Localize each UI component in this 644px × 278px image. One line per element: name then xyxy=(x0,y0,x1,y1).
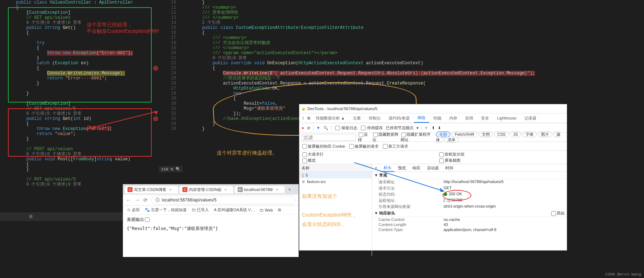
site-info-icon[interactable]: ⓘ xyxy=(155,197,160,203)
devtools-tab[interactable]: 安全 xyxy=(477,114,493,122)
kv-row: 状态代码:200 OK xyxy=(372,191,567,197)
devtools-tab[interactable]: 内存 xyxy=(446,114,461,122)
forward-button[interactable]: → xyxy=(135,197,140,203)
new-tab[interactable]: + xyxy=(286,187,293,192)
clear-icon[interactable]: ⊘ xyxy=(307,126,310,130)
favicon: C xyxy=(127,187,133,192)
type-pill[interactable]: 文档 xyxy=(479,131,493,137)
devtools-tab[interactable]: 源代码/来源 xyxy=(385,114,413,122)
upload-icon[interactable]: ⬆ xyxy=(432,126,435,130)
bookmark-item[interactable]: 🗀 Web xyxy=(260,208,273,212)
filter-check[interactable]: 被屏蔽的请求 xyxy=(349,144,379,149)
bookmark-item[interactable]: ⧉ xyxy=(278,208,281,212)
annotation-mask: 这个对异常进行掩盖处理。 xyxy=(217,150,277,156)
reload-button[interactable]: ⟳ xyxy=(143,197,148,203)
devtools-tabs: ⟟ ⧉ 性能数据分析 ▲元素控制台源代码/来源网络性能内存应用安全Lightho… xyxy=(299,113,567,123)
devtools-tab[interactable]: 性能 xyxy=(430,114,445,122)
bookmark-item[interactable]: 🗀 已导入 xyxy=(192,207,209,213)
browser-tab[interactable]: 🗎localhost:56788/× xyxy=(235,186,285,193)
kv-row: 远程地址:[::1]:56788 xyxy=(372,197,567,204)
detail-tab[interactable]: × xyxy=(372,165,380,171)
zoom-indicator[interactable]: 110 % 🔍 xyxy=(159,166,183,172)
browser-tab[interactable]: C写文章-CSDN博客× xyxy=(125,186,178,194)
bookmark-item[interactable]: 🐾 百度一下，你就知道 xyxy=(145,207,187,213)
detail-tab[interactable]: 响应 xyxy=(410,165,423,171)
browser-tab[interactable]: C内容管理-CSDN创× xyxy=(180,186,233,194)
big-req-row[interactable]: 大请求行 xyxy=(302,152,428,157)
kv-row: Content-Length:43 xyxy=(372,222,567,227)
search-icon[interactable]: 🔍 xyxy=(323,126,328,130)
download-icon[interactable]: ⬇ xyxy=(438,126,441,130)
filter-input[interactable] xyxy=(302,134,356,141)
hide-data-url[interactable]: 隐藏数据网址 xyxy=(372,132,398,143)
browser-body: 美观输出 {"Result":false,"Msg":"请联系管理员"} xyxy=(123,214,298,234)
devtools-tab[interactable]: 元素 xyxy=(349,114,364,122)
wifi-icon[interactable]: ᯤ xyxy=(425,126,429,130)
close-icon[interactable]: × xyxy=(224,187,226,192)
close-icon[interactable]: × xyxy=(169,187,172,192)
type-pill[interactable]: Fetch/XHR xyxy=(451,131,477,137)
kv-row: Cache-Control:no-cache xyxy=(372,217,567,222)
bookmark-item[interactable]: A 苏州诚隆OA系统 V… xyxy=(214,207,255,213)
back-button[interactable]: ← xyxy=(126,197,131,203)
devtools-tab[interactable]: 记录器 xyxy=(521,114,540,122)
throttle-select[interactable]: 已停用节流模式 xyxy=(386,125,414,131)
address-text: localhost:56788/api/values/5 xyxy=(162,197,216,203)
devtools-tab[interactable]: 性能数据分析 ▲ xyxy=(312,114,349,122)
devtools-tab[interactable]: 控制台 xyxy=(365,114,384,122)
detail-tab[interactable]: 预览 xyxy=(395,165,409,171)
keep-log[interactable]: 保留日志 xyxy=(334,125,357,131)
pretty-print[interactable]: 美观输出 xyxy=(127,217,150,222)
file-icon: {} xyxy=(302,173,304,177)
address-bar[interactable]: ⓘ localhost:56788/api/values/5 xyxy=(151,196,295,204)
type-pill[interactable]: 图片 xyxy=(538,131,552,137)
detail-tabs: ×标头预览响应启动器时间 xyxy=(372,164,567,172)
request-detail[interactable]: ×标头预览响应启动器时间 ▼ 常规 请求网址:http://localhost:… xyxy=(372,164,567,256)
type-pill[interactable]: 全部 xyxy=(436,131,450,137)
invert[interactable]: 反转 xyxy=(358,132,370,143)
devtools-tab[interactable]: 应用 xyxy=(462,114,477,122)
request-row[interactable]: 🗎favicon.ico xyxy=(299,178,372,185)
filter-row2: 被屏蔽的响应 Cookie被屏蔽的请求第三方请求 xyxy=(299,142,567,151)
response-head-section[interactable]: ▼ 响应标头原始 xyxy=(372,210,567,217)
screenshots[interactable]: 屏幕截图 xyxy=(438,158,565,163)
watermark: CSDN @Ares-Wang xyxy=(605,272,641,277)
devtools-title: DevTools - localhost:56788/api/values/5 xyxy=(307,107,377,111)
type-pill[interactable]: CSS xyxy=(494,131,509,137)
type-pill[interactable]: 清单 xyxy=(444,137,459,143)
chrome-icon: ◕ xyxy=(302,107,305,111)
disable-cache[interactable]: 停用缓存 xyxy=(360,125,383,131)
close-icon[interactable]: × xyxy=(276,187,278,192)
device-icon[interactable]: ⧉ xyxy=(306,116,312,121)
overview[interactable]: 概览 xyxy=(302,158,428,163)
filter-check[interactable]: 第三方请求 xyxy=(382,144,408,149)
devtools-tab[interactable]: Lighthouse xyxy=(493,114,520,122)
bookmarks-bar: ☆ 必应🐾 百度一下，你就知道🗀 已导入A 苏州诚隆OA系统 V…🗀 Web⧉ xyxy=(123,206,298,214)
annotation-no-attr: 如果没有加这个 CustomException特性， 会显示状态码500， xyxy=(302,191,357,229)
general-section[interactable]: ▼ 常规 xyxy=(372,172,567,179)
detail-tab[interactable]: 标头 xyxy=(381,164,394,172)
devtools-titlebar: ◕ DevTools - localhost:56788/api/values/… xyxy=(299,104,567,113)
filter-icon[interactable]: ▼ xyxy=(316,126,320,130)
record-icon[interactable]: ● xyxy=(302,126,304,130)
detail-tab[interactable]: 时间 xyxy=(442,165,456,171)
raw-toggle[interactable]: 原始 xyxy=(550,210,565,216)
browser-tabs: C写文章-CSDN博客×C内容管理-CSDN创×🗎localhost:56788… xyxy=(123,184,298,195)
devtools-tab[interactable]: 网络 xyxy=(414,114,429,123)
browser-toolbar: ← → ⟳ ⓘ localhost:56788/api/values/5 xyxy=(123,195,298,206)
filter-check[interactable]: 被屏蔽的响应 Cookie xyxy=(302,144,345,149)
type-pill[interactable]: 字体 xyxy=(522,131,537,137)
bookmark-item[interactable]: ☆ 必应 xyxy=(127,207,140,213)
request-row[interactable]: {}5 xyxy=(299,172,372,178)
group-by-frame[interactable]: 按框架分组 xyxy=(438,152,565,157)
detail-tab[interactable]: 启动器 xyxy=(424,165,442,171)
favicon: C xyxy=(182,187,187,192)
hide-ext-url[interactable]: 隐藏扩展程序网址 xyxy=(401,132,434,143)
type-pill[interactable]: JS xyxy=(510,131,521,137)
inspect-icon[interactable]: ⟟ xyxy=(301,116,305,121)
filter-row: 反转 隐藏数据网址 隐藏扩展程序网址 全部 Fetch/XHR 文档 CSS J… xyxy=(299,133,567,142)
kv-row: Content-Type:application/json; charset=u… xyxy=(372,227,567,232)
annotation-trigger: 异常会触发 xyxy=(87,125,112,131)
kv-row: 请求网址:http://localhost:56788/api/values/5 xyxy=(372,179,567,185)
file-icon: 🗎 xyxy=(302,179,306,184)
